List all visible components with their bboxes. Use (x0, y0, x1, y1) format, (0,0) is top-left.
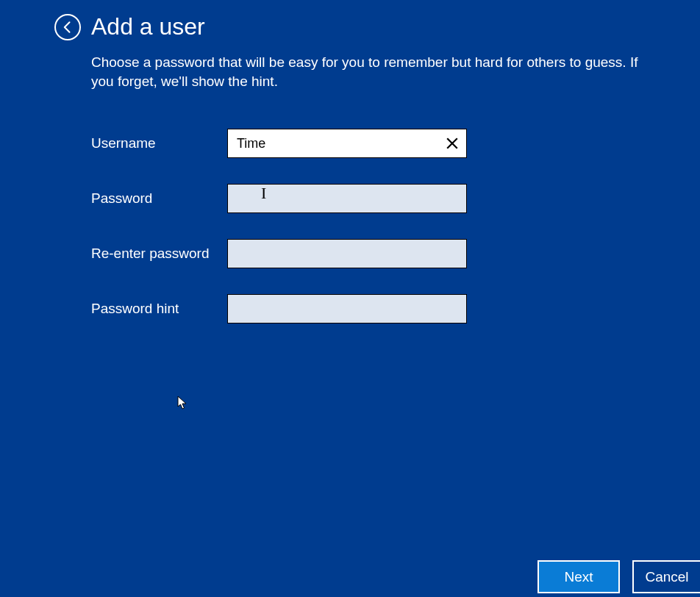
clear-username-button[interactable] (440, 132, 464, 155)
reenter-password-row: Re-enter password (91, 239, 467, 268)
password-input[interactable] (227, 184, 467, 213)
footer-buttons: Next Cancel (538, 560, 700, 597)
username-input-wrap (227, 129, 467, 158)
mouse-cursor-icon (177, 396, 188, 410)
reenter-password-input-wrap (227, 239, 467, 268)
page-header: Add a user (54, 13, 205, 40)
reenter-password-label: Re-enter password (91, 246, 227, 262)
username-input[interactable] (227, 129, 467, 158)
back-button[interactable] (54, 14, 81, 40)
cancel-button[interactable]: Cancel (632, 560, 700, 593)
password-hint-label: Password hint (91, 301, 227, 317)
password-hint-input-wrap (227, 294, 467, 323)
next-button[interactable]: Next (538, 560, 620, 593)
password-row: Password (91, 184, 467, 213)
add-user-form: Username Password Re-enter password Pass… (91, 129, 467, 349)
page-description: Choose a password that will be easy for … (91, 53, 657, 90)
username-label: Username (91, 135, 227, 151)
page-title: Add a user (91, 13, 205, 40)
close-icon (446, 137, 459, 150)
password-label: Password (91, 190, 227, 207)
reenter-password-input[interactable] (227, 239, 467, 268)
password-hint-input[interactable] (227, 294, 467, 323)
arrow-left-icon (60, 20, 75, 35)
password-hint-row: Password hint (91, 294, 467, 323)
username-row: Username (91, 129, 467, 158)
password-input-wrap (227, 184, 467, 213)
